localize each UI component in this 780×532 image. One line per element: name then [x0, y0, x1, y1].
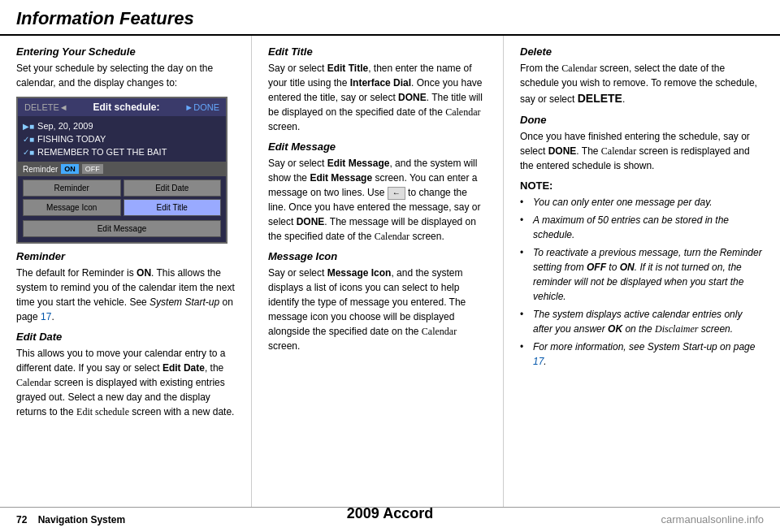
- done-body: Once you have finished entering the sche…: [520, 129, 764, 173]
- schedule-header: DELETE◄ Edit schedule: ►DONE: [18, 98, 226, 116]
- reminder-heading: Reminder: [16, 250, 235, 262]
- entering-schedule-body: Set your schedule by selecting the day o…: [16, 61, 235, 90]
- edit-date-heading: Edit Date: [16, 331, 235, 343]
- entry-text-3: REMEMBER TO GET THE BAIT: [37, 147, 167, 157]
- schedule-entries: ▶■ Sep, 20, 2009 ✓■ FISHING TODAY ✓■ REM…: [18, 116, 226, 162]
- edit-title-section: Edit Title Say or select Edit Title, the…: [268, 45, 487, 134]
- schedule-buttons: Reminder Edit Date Message Icon Edit Tit…: [18, 176, 226, 242]
- schedule-header-left: DELETE◄: [24, 102, 68, 112]
- reminder-body: The default for Reminder is ON. This all…: [16, 266, 235, 324]
- arrow-icon: ←: [388, 187, 405, 200]
- note-text-4: The system displays active calendar entr…: [533, 307, 764, 336]
- page-title: Information Features: [16, 8, 764, 29]
- toggle-off[interactable]: OFF: [82, 164, 103, 174]
- note-bullet-3: •: [520, 245, 528, 304]
- page-footer: 72 Navigation System 2009 Accord carmanu…: [0, 507, 780, 532]
- reminder-section: Reminder The default for Reminder is ON.…: [16, 250, 235, 324]
- reminder-label: Reminder: [23, 165, 58, 174]
- col-right: Delete From the Calendar screen, select …: [504, 36, 780, 507]
- delete-body: From the Calendar screen, select the dat…: [520, 61, 764, 107]
- page-container: Information Features Entering Your Sched…: [0, 0, 780, 532]
- entry-icon-2: ✓■: [23, 135, 34, 144]
- note-text-5: For more information, see System Start-u…: [533, 340, 764, 369]
- entering-schedule-heading: Entering Your Schedule: [16, 45, 235, 58]
- entry-icon-3: ✓■: [23, 148, 34, 157]
- done-section: Done Once you have finished entering the…: [520, 114, 764, 173]
- footer-nav-system: Navigation System: [38, 514, 125, 526]
- reminder-link[interactable]: 17: [41, 311, 51, 322]
- page-header: Information Features: [0, 0, 780, 36]
- delete-heading: Delete: [520, 45, 764, 58]
- main-content: Entering Your Schedule Set your schedule…: [0, 36, 780, 507]
- schedule-entry-1: ▶■ Sep, 20, 2009: [23, 119, 221, 132]
- message-icon-heading: Message Icon: [268, 250, 487, 262]
- edit-date-body: This allows you to move your calendar en…: [16, 346, 235, 419]
- toggle-on[interactable]: ON: [61, 164, 79, 174]
- note-item-2: • A maximum of 50 entries can be stored …: [520, 213, 764, 242]
- note-link[interactable]: 17: [533, 356, 544, 367]
- note-text-3: To reactivate a previous message, turn t…: [533, 245, 764, 304]
- schedule-entry-2: ✓■ FISHING TODAY: [23, 132, 221, 145]
- entry-text-1: Sep, 20, 2009: [37, 121, 93, 131]
- schedule-ui: DELETE◄ Edit schedule: ►DONE ▶■ Sep, 20,…: [16, 97, 228, 244]
- message-icon-btn[interactable]: Message Icon: [23, 199, 121, 216]
- note-item-3: • To reactivate a previous message, turn…: [520, 245, 764, 304]
- note-item-1: • You can only enter one message per day…: [520, 195, 764, 210]
- col-left: Entering Your Schedule Set your schedule…: [0, 36, 252, 507]
- note-bullet-1: •: [520, 195, 528, 210]
- reminder-btn[interactable]: Reminder: [23, 179, 121, 197]
- note-section: NOTE: • You can only enter one message p…: [520, 179, 764, 369]
- note-item-5: • For more information, see System Start…: [520, 340, 764, 369]
- edit-message-section: Edit Message Say or select Edit Message,…: [268, 141, 487, 244]
- edit-date-section: Edit Date This allows you to move your c…: [16, 331, 235, 419]
- schedule-entry-3: ✓■ REMEMBER TO GET THE BAIT: [23, 145, 221, 158]
- note-heading: NOTE:: [520, 179, 764, 192]
- footer-watermark: carmanualsonline.info: [661, 513, 764, 526]
- note-bullet-5: •: [520, 340, 528, 369]
- reminder-row: Reminder ON OFF: [18, 162, 226, 176]
- entry-icon-1: ▶■: [23, 122, 34, 131]
- edit-message-body: Say or select Edit Message, and the syst…: [268, 156, 487, 244]
- edit-message-btn[interactable]: Edit Message: [23, 220, 221, 237]
- edit-title-btn[interactable]: Edit Title: [124, 199, 222, 216]
- footer-center: 2009 Accord: [347, 505, 433, 522]
- schedule-header-center: Edit schedule:: [93, 102, 160, 113]
- edit-title-heading: Edit Title: [268, 45, 487, 58]
- note-item-4: • The system displays active calendar en…: [520, 307, 764, 336]
- schedule-header-right: ►DONE: [184, 102, 219, 112]
- message-icon-body: Say or select Message Icon, and the syst…: [268, 266, 487, 353]
- message-icon-section: Message Icon Say or select Message Icon,…: [268, 250, 487, 353]
- entry-text-2: FISHING TODAY: [37, 134, 106, 144]
- done-heading: Done: [520, 114, 764, 126]
- edit-title-body: Say or select Edit Title, then enter the…: [268, 61, 487, 134]
- delete-section: Delete From the Calendar screen, select …: [520, 45, 764, 107]
- note-bullet-4: •: [520, 307, 528, 336]
- footer-page-number: 72: [16, 514, 27, 526]
- edit-date-btn[interactable]: Edit Date: [124, 179, 222, 197]
- edit-message-heading: Edit Message: [268, 141, 487, 153]
- note-text-2: A maximum of 50 entries can be stored in…: [533, 213, 764, 242]
- note-bullet-2: •: [520, 213, 528, 242]
- footer-left: 72 Navigation System: [16, 514, 125, 526]
- col-middle: Edit Title Say or select Edit Title, the…: [252, 36, 504, 507]
- note-text-1: You can only enter one message per day.: [533, 195, 713, 210]
